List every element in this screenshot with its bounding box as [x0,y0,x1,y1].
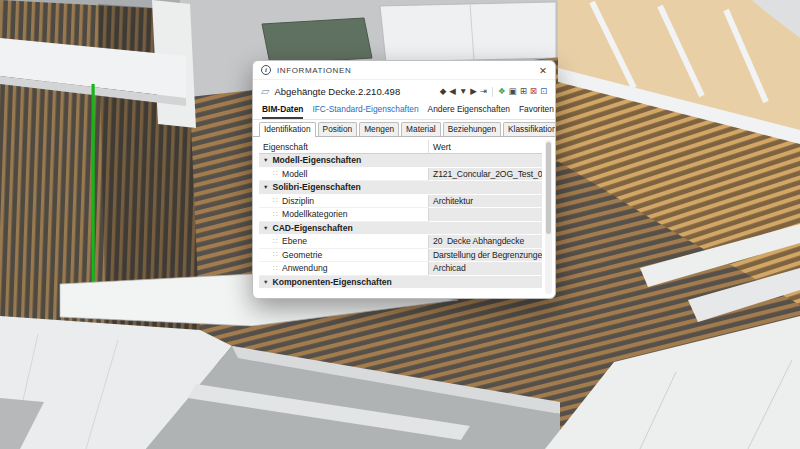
property-table: Eigenschaft Wert ▼Modell-Eigenschaften∷M… [259,140,542,289]
property-value[interactable] [428,208,542,222]
subtab-material[interactable]: Material [401,122,441,136]
green-rooftop-box[interactable] [262,18,372,64]
scrollbar-thumb[interactable] [546,142,551,234]
subtab-klassifikation[interactable]: Klassifikation [503,122,556,136]
subtab-position[interactable]: Position [318,122,358,136]
property-label: Modell [282,169,307,179]
property-label: Disziplin [282,196,314,206]
component-header: ▱ Abgehängte Decke.2.210.498 ◆◀▼▶⇥❖▣⊞⊠⊡ [253,80,555,103]
table-header: Eigenschaft Wert [259,140,542,154]
collapse-icon[interactable]: ▼ [263,225,268,231]
property-value[interactable]: 20 Decke Abhangdecke [428,235,542,249]
last-component-icon[interactable]: ⇥ [480,87,487,96]
property-label: Geometrie [282,250,322,260]
group-row-komponenten-eigenschaften[interactable]: ▼Komponenten-Eigenschaften [259,276,542,290]
info-icon: i [261,65,271,75]
property-rows: ▼Modell-Eigenschaften∷ModellZ121_Concula… [259,154,542,289]
drag-handle-icon: ∷ [273,210,278,219]
toolbar-divider [492,87,493,97]
subtab-mengen[interactable]: Mengen [359,122,399,136]
header-eigenschaft: Eigenschaft [259,142,428,152]
main-tabs: BIM-DatenIFC-Standard-EigenschaftenAnder… [253,103,555,120]
drag-handle-icon: ∷ [273,196,278,205]
property-row-anwendung[interactable]: ∷AnwendungArchicad [259,262,542,276]
property-row-ebene[interactable]: ∷Ebene20 Decke Abhangdecke [259,235,542,249]
group-label: Modell-Eigenschaften [272,155,361,165]
show-colors-icon[interactable]: ❖ [498,87,506,96]
property-row-geometrie[interactable]: ∷GeometrieDarstellung der Begrenzungen [259,249,542,263]
drag-handle-icon: ∷ [273,264,278,273]
property-value[interactable]: Archicad [428,262,542,276]
collapse-icon[interactable]: ▼ [263,184,268,190]
property-row-disziplin[interactable]: ∷DisziplinArchitektur [259,195,542,209]
zoom-to-component-icon[interactable]: ⊞ [520,87,527,96]
group-label: Solibri-Eigenschaften [272,182,360,192]
group-row-solibri-eigenschaften[interactable]: ▼Solibri-Eigenschaften [259,181,542,195]
previous-component-icon[interactable]: ◀ [449,87,456,96]
collapse-icon[interactable]: ▼ [263,279,268,285]
drag-handle-icon: ∷ [273,169,278,178]
panel-title: INFORMATIONEN [277,66,351,75]
tab-favoriten[interactable]: Favoriten [519,104,554,119]
sub-tabs: IdentifikationPositionMengenMaterialBezi… [253,120,555,137]
property-label: Ebene [282,236,307,246]
component-name: Abgehängte Decke.2.210.498 [274,86,400,97]
group-row-cad-eigenschaften[interactable]: ▼CAD-Eigenschaften [259,222,542,236]
header-wert: Wert [428,140,542,153]
subtab-identifikation[interactable]: Identifikation [259,122,316,137]
component-list-icon[interactable]: ▼ [459,87,467,96]
property-label: Anwendung [282,263,327,273]
property-label: Modellkategorien [282,209,347,219]
group-label: CAD-Eigenschaften [272,223,352,233]
group-row-modell-eigenschaften[interactable]: ▼Modell-Eigenschaften [259,154,542,168]
panel-titlebar[interactable]: i INFORMATIONEN ✕ [253,61,555,80]
collapse-icon[interactable]: ▼ [263,157,268,163]
tab-ifc-standard-eigenschaften[interactable]: IFC-Standard-Eigenschaften [312,104,418,119]
property-value[interactable]: Z121_Concular_2OG_Test_07 [428,168,542,182]
property-row-modell[interactable]: ∷ModellZ121_Concular_2OG_Test_07 [259,168,542,182]
subtab-beziehungen[interactable]: Beziehungen [443,122,501,136]
close-icon[interactable]: ✕ [539,65,547,76]
property-value[interactable]: Darstellung der Begrenzungen [428,249,542,263]
tab-andere-eigenschaften[interactable]: Andere Eigenschaften [428,104,510,119]
markers-icon[interactable]: ⊠ [530,87,537,96]
property-row-modellkategorien[interactable]: ∷Modellkategorien [259,208,542,222]
report-icon[interactable]: ⊡ [540,87,547,96]
camera-view-icon[interactable]: ▣ [509,87,517,96]
info-letter: i [265,66,267,74]
white-slab-top[interactable] [380,2,556,62]
next-component-icon[interactable]: ▶ [470,87,477,96]
component-type-icon: ▱ [261,86,269,97]
scrollbar[interactable] [545,140,552,294]
object-toolbar: ◆◀▼▶⇥❖▣⊞⊠⊡ [440,87,547,97]
drag-handle-icon: ∷ [273,250,278,259]
drag-handle-icon: ∷ [273,237,278,246]
group-label: Komponenten-Eigenschaften [272,277,391,287]
selection-highlight-edge[interactable] [92,84,95,296]
property-value[interactable]: Architektur [428,195,542,209]
first-component-icon[interactable]: ◆ [440,87,447,96]
informationen-panel: i INFORMATIONEN ✕ ▱ Abgehängte Decke.2.2… [252,60,556,299]
tab-bim-daten[interactable]: BIM-Daten [262,104,303,119]
